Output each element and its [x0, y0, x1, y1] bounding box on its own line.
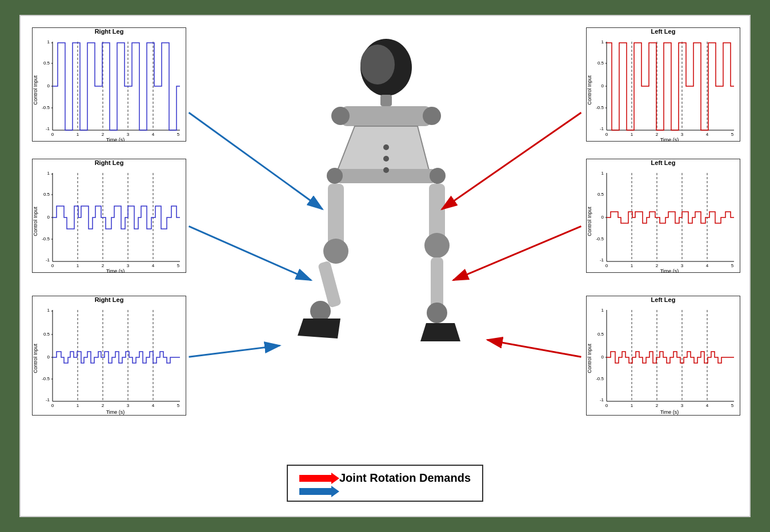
svg-text:4: 4 [152, 132, 155, 137]
blue-arrow-legend [299, 488, 334, 495]
svg-text:-1: -1 [600, 397, 604, 402]
svg-text:5: 5 [177, 263, 180, 268]
robot-torso-dot3 [383, 167, 389, 173]
svg-text:0.5: 0.5 [43, 192, 50, 197]
robot-svg [209, 33, 563, 456]
svg-text:5: 5 [731, 403, 734, 408]
svg-text:-1: -1 [600, 126, 604, 131]
svg-text:3: 3 [127, 403, 130, 408]
svg-text:4: 4 [706, 132, 709, 137]
svg-text:1: 1 [631, 263, 633, 268]
right-leg-top-chart: Right Leg Control Input 1 0.5 0 -0.5 -1 … [32, 27, 186, 142]
svg-text:Time (s): Time (s) [660, 409, 679, 415]
svg-text:1: 1 [631, 132, 633, 137]
svg-text:5: 5 [177, 403, 180, 408]
svg-text:2: 2 [102, 403, 105, 408]
svg-text:Time (s): Time (s) [106, 137, 125, 142]
svg-text:Control Input: Control Input [587, 207, 592, 236]
svg-text:4: 4 [152, 403, 155, 408]
robot-right-shoulder [423, 107, 441, 125]
robot-left-hip-joint [327, 168, 343, 184]
robot-torso-bar [340, 106, 432, 126]
main-container: Right Leg Control Input 1 0.5 0 -0.5 -1 … [19, 15, 751, 517]
right-leg-mid-title: Right Leg [33, 159, 186, 166]
robot-right-ankle [310, 301, 331, 321]
svg-text:2: 2 [656, 263, 659, 268]
svg-text:0: 0 [51, 132, 54, 137]
svg-text:Time (s): Time (s) [660, 137, 679, 142]
svg-text:1: 1 [47, 171, 50, 176]
svg-text:0: 0 [601, 354, 604, 360]
svg-text:0: 0 [605, 263, 608, 268]
left-leg-mid-svg: Control Input 1 0.5 0 -0.5 -1 0 1 2 3 4 … [587, 167, 741, 273]
robot-left-ankle [427, 303, 447, 323]
robot-left-knee [424, 233, 450, 258]
svg-text:0.5: 0.5 [597, 192, 604, 197]
robot-left-shoulder [331, 107, 350, 125]
svg-text:Time (s): Time (s) [106, 268, 125, 273]
robot-torso [338, 126, 429, 170]
svg-text:Control Input: Control Input [33, 207, 38, 236]
svg-text:0: 0 [51, 403, 54, 408]
legend-box: Joint Rotation Demands [287, 465, 483, 502]
svg-text:2: 2 [656, 403, 659, 408]
robot-neck [380, 95, 392, 106]
robot-right-foot [298, 319, 340, 338]
svg-text:0: 0 [601, 215, 604, 220]
svg-text:0: 0 [47, 354, 50, 360]
svg-text:5: 5 [731, 263, 734, 268]
svg-text:1: 1 [47, 308, 50, 313]
robot-torso-dot1 [383, 144, 389, 150]
left-leg-bot-svg: Control Input 1 0.5 0 -0.5 -1 0 1 2 3 4 … [587, 304, 741, 416]
svg-text:-0.5: -0.5 [596, 105, 604, 110]
svg-text:0.5: 0.5 [597, 332, 604, 337]
svg-text:4: 4 [706, 263, 709, 268]
svg-text:Control Input: Control Input [587, 344, 592, 373]
svg-text:1: 1 [77, 403, 79, 408]
svg-text:-1: -1 [600, 257, 604, 263]
svg-text:3: 3 [681, 403, 684, 408]
svg-text:3: 3 [127, 263, 130, 268]
legend-red-item: Joint Rotation Demands [299, 471, 471, 485]
y-label: Control Input [33, 75, 38, 105]
svg-text:-0.5: -0.5 [596, 376, 604, 381]
right-leg-mid-chart: Right Leg Control Input 1 0.5 0 -0.5 -1 … [32, 159, 186, 273]
left-leg-bot-title: Left Leg [587, 296, 740, 303]
red-arrow-legend [299, 475, 334, 482]
svg-text:-0.5: -0.5 [596, 236, 604, 241]
svg-text:3: 3 [127, 132, 130, 137]
robot-right-knee [323, 239, 348, 264]
svg-text:0.5: 0.5 [597, 61, 604, 66]
robot-figure [203, 27, 569, 461]
left-leg-mid-chart: Left Leg Control Input 1 0.5 0 -0.5 -1 0… [586, 159, 740, 273]
legend-red-label: Joint Rotation Demands [339, 471, 471, 485]
right-leg-bot-title: Right Leg [33, 296, 186, 303]
robot-torso-dot2 [383, 156, 389, 162]
svg-text:5: 5 [731, 132, 734, 137]
svg-text:1: 1 [77, 132, 79, 137]
svg-text:1: 1 [601, 39, 604, 45]
left-leg-top-svg: Control Input 1 0.5 0 -0.5 -1 0 1 2 3 4 … [587, 36, 741, 142]
svg-text:0: 0 [47, 215, 50, 220]
svg-text:Control Input: Control Input [33, 344, 38, 373]
svg-text:4: 4 [152, 263, 155, 268]
robot-right-lower-leg [318, 261, 342, 308]
svg-text:2: 2 [102, 132, 105, 137]
left-leg-bot-chart: Left Leg Control Input 1 0.5 0 -0.5 -1 0… [586, 296, 740, 416]
svg-text:-0.5: -0.5 [42, 376, 50, 381]
svg-text:-0.5: -0.5 [42, 236, 50, 241]
left-leg-top-chart: Left Leg Control Input 1 0.5 0 -0.5 -1 0… [586, 27, 740, 142]
svg-text:Control Input: Control Input [587, 75, 592, 105]
svg-text:Time (s): Time (s) [106, 409, 125, 415]
svg-text:0: 0 [47, 83, 50, 88]
svg-text:4: 4 [706, 403, 709, 408]
right-leg-bot-svg: Control Input 1 0.5 0 -0.5 -1 0 1 2 3 4 … [33, 304, 187, 416]
svg-text:1: 1 [47, 39, 50, 45]
right-leg-top-title: Right Leg [33, 28, 186, 35]
svg-text:0.5: 0.5 [43, 61, 50, 66]
svg-text:0: 0 [605, 403, 608, 408]
robot-left-upper-leg [429, 184, 445, 241]
svg-text:Time (s): Time (s) [660, 268, 679, 273]
left-leg-mid-title: Left Leg [587, 159, 740, 166]
robot-left-foot [420, 323, 460, 341]
